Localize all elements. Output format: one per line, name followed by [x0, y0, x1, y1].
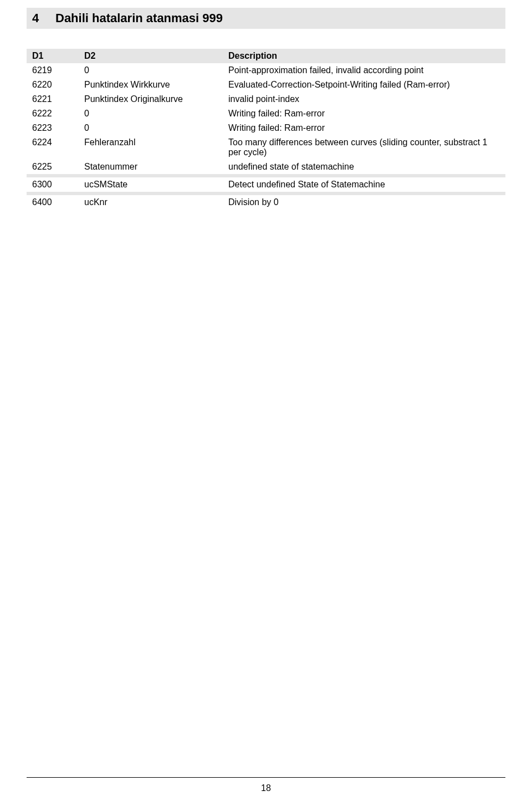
- table-row: 6225Statenummerundefined state of statem…: [27, 160, 505, 174]
- cell-d2: ucSMState: [79, 177, 223, 192]
- table-header-row: D1 D2 Description: [27, 49, 505, 63]
- cell-d1: 6221: [27, 92, 79, 106]
- cell-d2: Statenummer: [79, 160, 223, 174]
- page: 4 Dahili hatalarin atanmasi 999 D1 D2 De…: [0, 8, 532, 801]
- cell-d2: 0: [79, 63, 223, 78]
- col-d1: D1: [27, 49, 79, 63]
- col-desc: Description: [223, 49, 505, 63]
- table-row: 62190Point-approximation failed, invalid…: [27, 63, 505, 78]
- table-row: 62230Writing failed: Ram-error: [27, 121, 505, 135]
- page-number: 18: [0, 783, 532, 793]
- error-table: D1 D2 Description 62190Point-approximati…: [27, 49, 505, 210]
- footer-rule: [27, 777, 505, 778]
- table-row: 6221Punktindex Originalkurveinvalid poin…: [27, 92, 505, 106]
- table-row: 62220Writing failed: Ram-error: [27, 106, 505, 121]
- cell-d1: 6222: [27, 106, 79, 121]
- cell-desc: Writing failed: Ram-error: [223, 121, 505, 135]
- cell-d2: Punktindex Wirkkurve: [79, 78, 223, 92]
- table-row: 6400ucKnrDivision by 0: [27, 195, 505, 210]
- cell-d2: ucKnr: [79, 195, 223, 210]
- cell-desc: invalid point-index: [223, 92, 505, 106]
- cell-desc: Detect undefined State of Statemachine: [223, 177, 505, 192]
- table-row: 6224FehleranzahlToo many differences bet…: [27, 135, 505, 160]
- cell-d1: 6225: [27, 160, 79, 174]
- cell-desc: Evaluated-Correction-Setpoint-Writing fa…: [223, 78, 505, 92]
- cell-d1: 6219: [27, 63, 79, 78]
- cell-desc: undefined state of statemachine: [223, 160, 505, 174]
- cell-d1: 6220: [27, 78, 79, 92]
- table-row: 6300ucSMStateDetect undefined State of S…: [27, 177, 505, 192]
- cell-d1: 6223: [27, 121, 79, 135]
- cell-d2: Fehleranzahl: [79, 135, 223, 160]
- cell-desc: Too many differences between curves (sli…: [223, 135, 505, 160]
- cell-d2: 0: [79, 106, 223, 121]
- table-row: 6220Punktindex WirkkurveEvaluated-Correc…: [27, 78, 505, 92]
- section-header: 4 Dahili hatalarin atanmasi 999: [27, 8, 505, 29]
- section-title: Dahili hatalarin atanmasi 999: [55, 11, 223, 25]
- cell-d2: Punktindex Originalkurve: [79, 92, 223, 106]
- cell-d2: 0: [79, 121, 223, 135]
- cell-desc: Writing failed: Ram-error: [223, 106, 505, 121]
- section-number: 4: [32, 11, 55, 25]
- cell-desc: Division by 0: [223, 195, 505, 210]
- cell-d1: 6300: [27, 177, 79, 192]
- col-d2: D2: [79, 49, 223, 63]
- cell-desc: Point-approximation failed, invalid acco…: [223, 63, 505, 78]
- cell-d1: 6400: [27, 195, 79, 210]
- cell-d1: 6224: [27, 135, 79, 160]
